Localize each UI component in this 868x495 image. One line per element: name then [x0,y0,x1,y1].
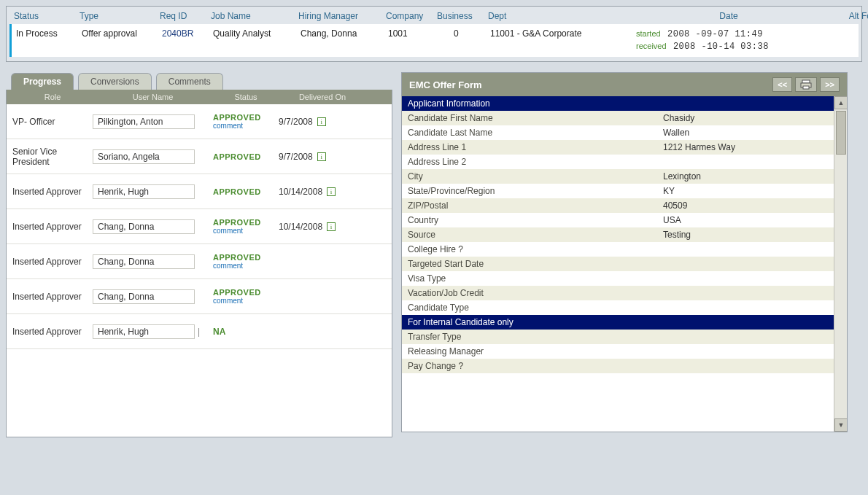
form-body: Applicant InformationCandidate First Nam… [402,96,834,432]
form-row: Pay Change ? [402,359,834,373]
user-cell: Chang, Donna [93,219,213,234]
form-row: ZIP/Postal40509 [402,198,834,213]
col-altfor: Alt For [824,11,868,21]
user-cell: Chang, Donna [93,254,213,269]
form-label: Address Line 2 [408,157,663,167]
scroll-thumb[interactable] [836,111,846,155]
form-row: College Hire ? [402,242,834,257]
form-value [663,346,828,356]
val-company: 1001 [388,28,439,39]
col-hiring-manager: Hiring Manager [298,11,386,21]
status-cell: APPROVEDcomment [213,113,279,130]
next-button[interactable]: >> [820,77,840,92]
progress-row: Inserted ApproverChang, DonnaAPPROVEDcom… [7,244,392,279]
form-label: Address Line 1 [408,142,663,152]
separator-icon: | [195,327,203,337]
progress-row: Senior Vice PresidentSoriano, AngelaAPPR… [7,139,392,174]
scroll-up-button[interactable]: ▲ [834,96,847,109]
form-label: Transfer Type [408,332,663,342]
user-name-field[interactable]: Pilkington, Anton [93,114,195,129]
form-row: SourceTesting [402,227,834,242]
form-label: Candidate Last Name [408,128,663,138]
info-icon[interactable]: i [317,152,326,161]
progress-row: Inserted ApproverChang, DonnaAPPROVEDcom… [7,279,392,314]
col-date: Date [634,11,824,21]
form-title-bar: EMC Offer Form << >> [402,73,847,96]
form-value [663,361,828,371]
form-row: Address Line 11212 Harmes Way [402,140,834,155]
print-button[interactable] [795,77,817,92]
reqid-link[interactable]: 2040BR [162,28,193,39]
user-name-field[interactable]: Chang, Donna [93,289,195,304]
user-name-field[interactable]: Henrik, Hugh [93,324,195,339]
form-row: Candidate Type [402,300,834,315]
val-business: 0 [439,28,490,39]
val-status: In Process [16,28,82,39]
tab-progress[interactable]: Progress [11,73,74,90]
section-header: For Internal Candidate only [402,315,834,330]
val-type: Offer approval [82,28,162,39]
role-cell: Inserted Approver [12,292,93,302]
svg-rect-0 [802,80,810,83]
form-label: Visa Type [408,273,663,284]
role-cell: VP- Officer [12,117,93,127]
user-cell: Henrik, Hugh| [93,324,213,339]
role-cell: Inserted Approver [12,187,93,197]
delivered-value: 9/7/2008 [279,152,313,162]
delivered-value: 10/14/2008 [279,187,322,197]
comment-link[interactable]: comment [213,297,279,305]
info-icon[interactable]: i [327,187,336,196]
status-value: APPROVED [213,288,279,297]
delivered-value: 9/7/2008 [279,117,313,127]
form-value: USA [663,215,828,225]
status-cell: APPROVED [213,152,279,161]
scroll-down-button[interactable]: ▼ [834,418,847,432]
form-value: KY [663,186,828,196]
hdr-delivered: Delivered On [279,93,366,101]
tab-conversions[interactable]: Conversions [78,73,152,90]
val-date: started 2008 -09-07 11:49 received 2008 … [636,28,826,52]
progress-row: VP- OfficerPilkington, AntonAPPROVEDcomm… [7,104,392,139]
progress-header: Role User Name Status Delivered On [7,90,392,104]
tab-comments[interactable]: Comments [156,73,223,90]
form-label: Targeted Start Date [408,259,663,269]
delivered-value: 10/14/2008 [279,222,322,232]
info-icon[interactable]: i [327,222,336,231]
col-dept: Dept [488,11,634,21]
val-jobname: Quality Analyst [213,28,301,39]
summary-row: In Process Offer approval 2040BR Quality… [9,24,859,57]
form-label: Candidate Type [408,303,663,313]
comment-link[interactable]: comment [213,227,279,235]
scrollbar[interactable]: ▲ ▼ [834,96,847,432]
form-value: Testing [663,230,828,240]
user-name-field[interactable]: Chang, Donna [93,254,195,269]
started-value: 2008 -09-07 11:49 [667,29,763,39]
form-row: Targeted Start Date [402,257,834,271]
comment-link[interactable]: comment [213,122,279,130]
form-value [663,332,828,342]
user-name-field[interactable]: Soriano, Angela [93,149,195,164]
form-row: Releasing Manager [402,344,834,359]
status-cell: APPROVEDcomment [213,253,279,270]
val-dept: 11001 - G&A Corporate [490,28,636,39]
form-value [663,303,828,313]
val-hiring-manager: Chang, Donna [301,28,388,39]
form-row: State/Province/RegionKY [402,184,834,198]
offer-form-panel: EMC Offer Form << >> Applicant Informati… [401,72,848,432]
form-label: College Hire ? [408,244,663,254]
user-name-field[interactable]: Henrik, Hugh [93,184,195,199]
form-value: 40509 [663,200,828,211]
status-cell: APPROVEDcomment [213,218,279,235]
delivered-cell: 10/14/2008i [279,222,366,232]
info-icon[interactable]: i [317,117,326,126]
summary-headers: Status Type Req ID Job Name Hiring Manag… [9,8,859,24]
comment-link[interactable]: comment [213,262,279,270]
progress-panel: Progress Conversions Comments Role User … [6,90,392,437]
started-label: started [636,29,661,38]
form-label: Source [408,230,663,240]
delivered-cell: 9/7/2008i [279,117,366,127]
progress-row: Inserted ApproverHenrik, HughAPPROVED10/… [7,174,392,209]
form-row: CityLexington [402,169,834,184]
prev-button[interactable]: << [772,77,792,92]
user-name-field[interactable]: Chang, Donna [93,219,195,234]
